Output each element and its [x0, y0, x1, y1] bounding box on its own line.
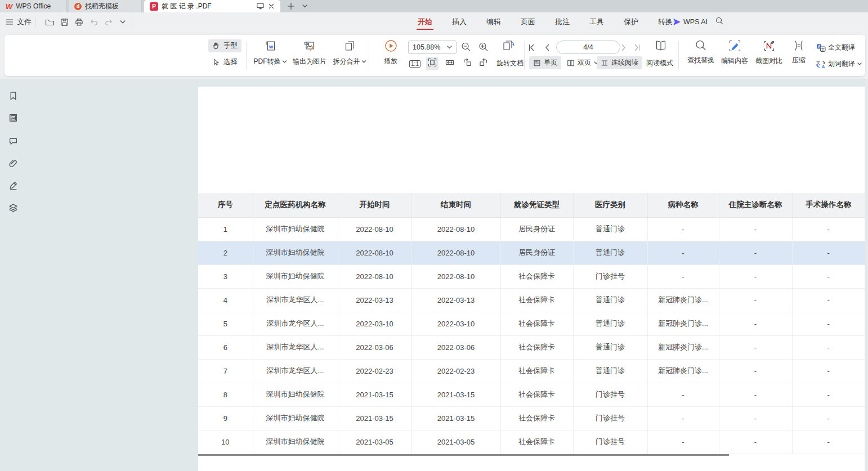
hand-icon	[212, 42, 221, 50]
tab-docer-templates[interactable]: d 找稻壳模板	[69, 0, 142, 12]
tab-wps-home[interactable]: W WPS Office	[0, 0, 66, 12]
last-page-button[interactable]	[634, 43, 641, 53]
table-cell: 社会保障卡	[500, 406, 573, 430]
export-image-button[interactable]: 输出为图片	[293, 39, 326, 66]
menu-item-5[interactable]: 工具	[588, 13, 605, 31]
tab-list-chevron-icon[interactable]	[298, 0, 311, 12]
wps-ai-button[interactable]: WPS AI	[673, 12, 708, 32]
layers-panel-icon[interactable]	[7, 202, 19, 213]
full-translation-label: 全文翻译	[828, 43, 855, 52]
rotate-left-button[interactable]	[461, 57, 474, 70]
table-cell: -	[719, 430, 792, 454]
table-row: 1深圳市妇幼保健院2022-08-102022-08-10居民身份证普通门诊--…	[198, 217, 865, 241]
page-indicator-value: 4/4	[583, 43, 593, 51]
read-mode-button[interactable]: 阅读模式	[646, 59, 673, 68]
open-file-icon[interactable]	[44, 16, 55, 28]
table-cell: 社会保障卡	[500, 335, 573, 359]
menu-search-icon[interactable]	[715, 16, 724, 28]
table-header-row: 序号定点医药机构名称开始时间结束时间就诊凭证类型医疗类别病种名称住院主诊断名称手…	[198, 193, 865, 217]
zoom-level-select[interactable]: 105.88%	[408, 41, 457, 54]
rotate-right-button[interactable]	[477, 57, 490, 70]
table-cell: 门诊挂号	[573, 264, 647, 288]
tab-document-pdf[interactable]: P 就 医 记 录 .PDF	[144, 0, 280, 12]
full-translation-button[interactable]: A 文 全文翻译	[816, 43, 855, 52]
table-cell: -	[647, 217, 719, 241]
thumbnails-panel-icon[interactable]	[7, 112, 19, 123]
file-menu[interactable]: 文件	[6, 12, 32, 32]
table-cell: 2021-03-15	[411, 383, 500, 406]
pdf-convert-button[interactable]: W PDF转换	[254, 39, 287, 66]
continuous-reading-button[interactable]: 连续阅读	[597, 56, 642, 69]
table-cell: 2022-08-10	[411, 264, 500, 288]
read-mode-icon	[654, 39, 668, 55]
split-merge-button[interactable]: 拆分合并	[333, 39, 366, 66]
print-icon[interactable]	[73, 16, 84, 28]
table-header-cell: 手术操作名称	[792, 193, 865, 217]
menu-item-6[interactable]: 保护	[623, 13, 639, 31]
continuous-reading-label: 连续阅读	[611, 58, 638, 68]
redo-icon[interactable]	[103, 16, 114, 28]
table-cell: 新冠肺炎门诊...	[647, 288, 719, 312]
table-cell: 2022-08-10	[338, 241, 411, 264]
close-tab-icon[interactable]	[268, 3, 275, 10]
window-tab-bar: W WPS Office d 找稻壳模板 P 就 医 记 录 .PDF	[0, 0, 868, 12]
table-header-cell: 定点医药机构名称	[253, 193, 338, 217]
edit-content-button[interactable]: 编辑内容	[721, 39, 748, 66]
word-translation-button[interactable]: 文 A 划词翻译	[816, 59, 862, 69]
zoom-out-button[interactable]	[461, 42, 472, 55]
vertical-scrollbar[interactable]	[865, 79, 868, 471]
menu-item-1[interactable]: 插入	[451, 13, 468, 31]
previous-page-button[interactable]	[545, 43, 550, 53]
word-translation-label: 划词翻译	[828, 59, 855, 69]
save-icon[interactable]	[59, 16, 70, 28]
attachments-panel-icon[interactable]	[7, 158, 19, 169]
chevron-down-icon	[857, 62, 862, 65]
first-page-button[interactable]	[529, 43, 535, 53]
hand-tool-button[interactable]: 手型	[208, 39, 241, 52]
next-page-button[interactable]	[621, 43, 627, 53]
table-cell: -	[719, 335, 792, 359]
table-cell: 2021-03-15	[338, 406, 411, 430]
signature-panel-icon[interactable]	[7, 180, 19, 191]
table-row: 4深圳市龙华区人...2022-03-132022-03-13社会保障卡普通门诊…	[198, 288, 865, 312]
screenshot-compare-button[interactable]: 截图对比	[755, 39, 782, 66]
menu-item-7[interactable]: 转换	[657, 13, 674, 31]
compress-button[interactable]: 压缩	[792, 39, 806, 65]
table-row: 6深圳市龙华区人...2022-03-062022-03-06社会保障卡普通门诊…	[198, 335, 865, 359]
select-tool-button[interactable]: 选择	[208, 56, 241, 69]
table-row: 10深圳市妇幼保健院2021-03-052021-03-05社会保障卡门诊挂号-…	[198, 430, 865, 454]
menu-item-3[interactable]: 页面	[520, 13, 536, 31]
new-tab-button[interactable]	[285, 0, 297, 12]
menu-item-4[interactable]: 批注	[554, 13, 571, 31]
svg-text:A: A	[822, 64, 825, 69]
export-image-label: 输出为图片	[293, 57, 326, 66]
rotate-left-icon	[463, 58, 472, 67]
chevron-down-icon	[283, 60, 287, 63]
table-cell: 门诊挂号	[573, 383, 647, 406]
play-button[interactable]: 播放	[384, 39, 397, 66]
table-cell: 新冠肺炎门诊...	[647, 335, 719, 359]
table-cell: 7	[198, 359, 253, 383]
undo-icon[interactable]	[88, 16, 100, 28]
table-cell: 门诊挂号	[573, 406, 647, 430]
table-cell: -	[719, 406, 792, 430]
menu-item-2[interactable]: 编辑	[485, 13, 502, 31]
comments-panel-icon[interactable]	[7, 135, 19, 146]
monitor-icon[interactable]	[256, 2, 265, 10]
menu-item-0[interactable]: 开始	[417, 13, 433, 31]
split-merge-label: 拆分合并	[333, 57, 360, 66]
rotate-document-button[interactable]: 旋转文档	[496, 59, 524, 68]
page-number-input[interactable]: 4/4	[556, 41, 620, 54]
find-replace-button[interactable]: 查找替换	[687, 39, 714, 65]
single-page-button[interactable]: 单页	[529, 56, 561, 69]
fit-page-button[interactable]	[444, 57, 456, 70]
bookmarks-panel-icon[interactable]	[7, 90, 19, 101]
table-cell: 社会保障卡	[500, 359, 573, 383]
actual-size-button[interactable]: 1:1	[408, 57, 422, 69]
table-row: 2深圳市妇幼保健院2022-08-102022-08-10居民身份证普通门诊--…	[198, 241, 865, 264]
more-actions-chevron-icon[interactable]	[117, 16, 128, 28]
table-cell: -	[719, 217, 792, 241]
fit-width-button[interactable]	[426, 57, 439, 70]
replace-pages-icon[interactable]	[501, 39, 516, 56]
zoom-in-button[interactable]	[478, 42, 489, 55]
